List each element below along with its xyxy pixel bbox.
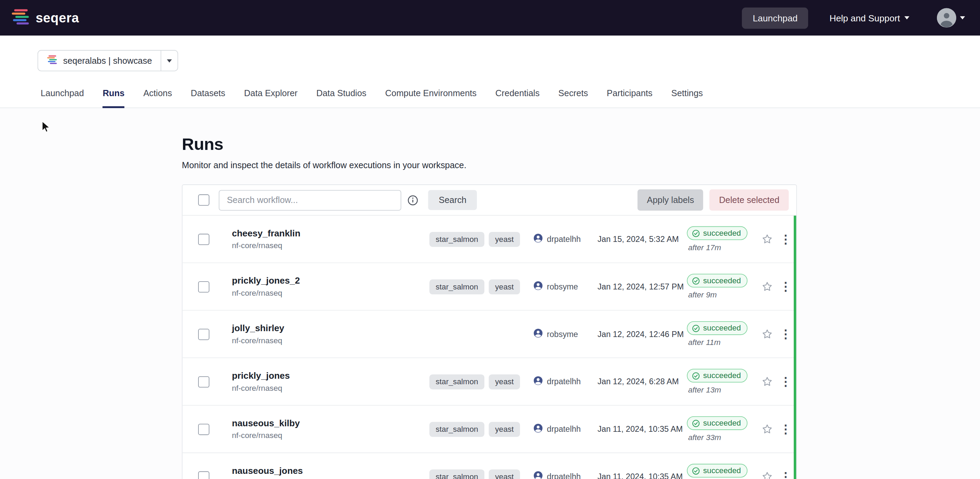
app-viewport: seqera Launchpad Help and Support (0, 0, 980, 479)
row-checkbox[interactable] (198, 471, 210, 479)
info-icon[interactable] (408, 195, 418, 205)
main-content: Runs Monitor and inspect the details of … (0, 108, 980, 479)
run-name[interactable]: cheesy_franklin (232, 228, 430, 238)
kebab-menu[interactable]: ⋮ (776, 376, 795, 387)
run-name[interactable]: nauseous_jones (232, 466, 430, 476)
tab-secrets[interactable]: Secrets (558, 88, 588, 108)
run-user: drpatelhh (547, 472, 581, 479)
brand[interactable]: seqera (11, 7, 79, 29)
apply-labels-button[interactable]: Apply labels (638, 189, 703, 211)
run-user: drpatelhh (547, 234, 581, 243)
label-pill: star_salmon (430, 279, 485, 294)
row-checkbox[interactable] (198, 328, 210, 340)
top-navbar: seqera Launchpad Help and Support (0, 0, 980, 35)
tab-compute-environments[interactable]: Compute Environments (385, 88, 477, 108)
status-badge: succeeded (687, 226, 748, 240)
status-badge: succeeded (687, 321, 748, 335)
status-badge: succeeded (687, 464, 748, 477)
run-duration: after 11m (687, 338, 721, 347)
tab-credentials[interactable]: Credentials (495, 88, 539, 108)
star-outline-icon (761, 233, 773, 245)
workspace-selector-current[interactable]: seqeralabs | showcase (38, 51, 161, 71)
user-circle-icon (533, 375, 543, 388)
status-badge: succeeded (687, 274, 748, 287)
tab-data-studios[interactable]: Data Studios (316, 88, 366, 108)
delete-selected-button[interactable]: Delete selected (710, 189, 789, 211)
tab-datasets[interactable]: Datasets (191, 88, 225, 108)
tab-data-explorer[interactable]: Data Explorer (244, 88, 298, 108)
tab-actions[interactable]: Actions (143, 88, 172, 108)
user-circle-icon (533, 233, 543, 245)
run-user: robsyme (547, 282, 578, 291)
row-checkbox[interactable] (198, 376, 210, 387)
seqera-logo-icon (11, 7, 30, 29)
run-labels: star_salmonyeast (430, 469, 533, 479)
row-checkbox[interactable] (198, 423, 210, 435)
kebab-menu[interactable]: ⋮ (776, 280, 795, 292)
run-user: drpatelhh (547, 377, 581, 386)
star-button[interactable] (757, 233, 776, 245)
star-button[interactable] (757, 280, 776, 292)
kebab-menu[interactable]: ⋮ (776, 233, 795, 245)
page-title: Runs (182, 135, 797, 154)
status-label: succeeded (703, 466, 741, 475)
user-circle-icon (533, 328, 543, 340)
star-outline-icon (761, 328, 773, 340)
search-button[interactable]: Search (428, 190, 477, 210)
table-row: nauseous_jones nf-core/rnaseq star_salmo… (183, 453, 796, 479)
avatar (937, 8, 956, 27)
workspace-name: seqeralabs | showcase (63, 56, 152, 65)
run-name[interactable]: prickly_jones (232, 371, 430, 381)
select-all-checkbox[interactable] (198, 194, 210, 206)
run-duration: after 13m (687, 386, 721, 394)
run-name[interactable]: nauseous_kilby (232, 418, 430, 428)
workspace-header: seqeralabs | showcase LaunchpadRunsActio… (0, 35, 980, 108)
star-button[interactable] (757, 376, 776, 387)
row-checkbox[interactable] (198, 233, 210, 245)
check-circle-icon (692, 466, 700, 475)
check-circle-icon (692, 277, 700, 285)
run-pipeline: nf-core/rnaseq (232, 384, 430, 393)
kebab-menu[interactable]: ⋮ (776, 471, 795, 479)
help-and-support-label: Help and Support (829, 13, 900, 23)
status-label: succeeded (703, 419, 741, 427)
tabs: LaunchpadRunsActionsDatasetsData Explore… (0, 88, 980, 108)
search-input[interactable] (219, 189, 401, 210)
run-pipeline: nf-core/rnaseq (232, 289, 430, 298)
kebab-menu[interactable]: ⋮ (776, 423, 795, 435)
user-menu[interactable] (937, 8, 965, 27)
kebab-menu[interactable]: ⋮ (776, 328, 795, 340)
run-duration: after 17m (687, 243, 721, 252)
tab-settings[interactable]: Settings (671, 88, 703, 108)
tab-runs[interactable]: Runs (103, 88, 124, 108)
run-user: robsyme (547, 329, 578, 339)
star-button[interactable] (757, 471, 776, 479)
tab-launchpad[interactable]: Launchpad (41, 88, 84, 108)
table-row: prickly_jones_2 nf-core/rnaseq star_salm… (183, 263, 796, 311)
check-circle-icon (692, 419, 700, 427)
user-circle-icon (533, 470, 543, 479)
launchpad-button[interactable]: Launchpad (742, 7, 808, 29)
help-and-support-menu[interactable]: Help and Support (829, 13, 909, 23)
check-circle-icon (692, 229, 700, 237)
star-outline-icon (761, 376, 773, 387)
run-name[interactable]: jolly_shirley (232, 323, 430, 333)
run-date: Jan 12, 2024, 6:28 AM (595, 377, 687, 386)
status-label: succeeded (703, 276, 741, 285)
row-checkbox[interactable] (198, 281, 210, 292)
workspace-dropdown-button[interactable] (161, 51, 177, 71)
run-date: Jan 11, 2024, 10:35 AM (595, 425, 687, 434)
tab-participants[interactable]: Participants (607, 88, 653, 108)
star-button[interactable] (757, 328, 776, 340)
user-circle-icon (533, 423, 543, 435)
workspace-selector: seqeralabs | showcase (38, 50, 178, 71)
star-button[interactable] (757, 423, 776, 435)
label-pill: yeast (489, 422, 520, 437)
run-pipeline: nf-core/rnaseq (232, 241, 430, 250)
run-date: Jan 11, 2024, 10:35 AM (595, 472, 687, 479)
run-duration: after 9m (687, 291, 717, 299)
scroll-accent-bar[interactable] (794, 216, 796, 479)
label-pill: star_salmon (430, 232, 485, 247)
run-labels: star_salmonyeast (430, 232, 533, 247)
run-name[interactable]: prickly_jones_2 (232, 276, 430, 286)
